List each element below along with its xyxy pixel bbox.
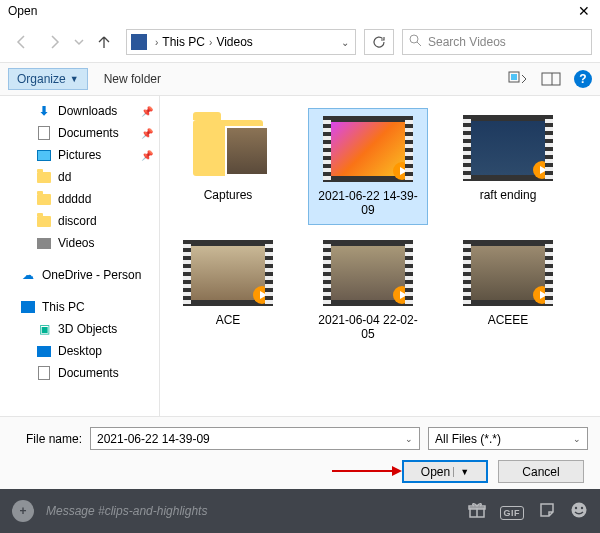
chevron-down-icon[interactable]: ⌄ [405, 434, 413, 444]
file-label: 2021-06-04 22-02-05 [312, 313, 424, 342]
gif-icon[interactable]: GIF [500, 504, 525, 519]
folder-icon [36, 169, 52, 185]
file-label: 2021-06-22 14-39-09 [313, 189, 423, 218]
tree-item[interactable]: Documents [0, 362, 159, 384]
tree-label: This PC [42, 300, 85, 314]
emoji-icon[interactable] [570, 501, 588, 522]
svg-point-10 [575, 506, 577, 508]
svg-point-0 [410, 35, 418, 43]
cube-icon: ▣ [36, 321, 52, 337]
file-item[interactable]: raft ending [448, 108, 568, 225]
desktop-icon [36, 343, 52, 359]
tree-label: Documents [58, 366, 119, 380]
tree-item[interactable]: ▣3D Objects [0, 318, 159, 340]
chevron-down-icon[interactable]: ⌄ [573, 434, 581, 444]
breadcrumb-videos[interactable]: Videos [216, 35, 252, 49]
play-icon [533, 286, 551, 304]
pin-icon: 📌 [141, 150, 153, 161]
filename-input[interactable]: 2021-06-22 14-39-09 ⌄ [90, 427, 420, 450]
play-icon [533, 161, 551, 179]
search-input[interactable]: Search Videos [402, 29, 592, 55]
svg-point-9 [572, 502, 587, 517]
back-button[interactable] [8, 28, 36, 56]
onedrive-icon: ☁ [20, 267, 36, 283]
open-button[interactable]: Open ▼ [402, 460, 488, 483]
organize-button[interactable]: Organize ▼ [8, 68, 88, 90]
chevron-down-icon: ▼ [70, 74, 79, 84]
search-icon [409, 34, 422, 50]
discord-message-bar: + Message #clips-and-highlights GIF [0, 489, 600, 533]
file-item[interactable]: 2021-06-22 14-39-09 [308, 108, 428, 225]
filename-label: File name: [12, 432, 82, 446]
window-title: Open [8, 4, 37, 18]
tree-label: dd [58, 170, 71, 184]
file-item[interactable]: ACE [168, 233, 288, 348]
tree-item[interactable]: Desktop [0, 340, 159, 362]
chevron-down-icon[interactable]: ▼ [453, 467, 469, 477]
tree-label: discord [58, 214, 97, 228]
file-item[interactable]: Captures [168, 108, 288, 225]
download-icon: ⬇ [36, 103, 52, 119]
folder-icon [36, 213, 52, 229]
tree-label: Downloads [58, 104, 117, 118]
video-thumbnail [183, 239, 273, 307]
svg-point-11 [581, 506, 583, 508]
refresh-button[interactable] [364, 29, 394, 55]
help-button[interactable]: ? [574, 70, 592, 88]
file-label: Captures [204, 188, 253, 202]
breadcrumb-thispc[interactable]: This PC [162, 35, 205, 49]
tree-item[interactable]: Videos [0, 232, 159, 254]
document-icon [36, 125, 52, 141]
thispc-icon [20, 299, 36, 315]
chevron-down-icon[interactable]: ⌄ [341, 37, 349, 48]
chevron-right-icon: › [209, 37, 212, 48]
sticker-icon[interactable] [538, 501, 556, 522]
play-icon [253, 286, 271, 304]
new-folder-button[interactable]: New folder [104, 72, 161, 86]
tree-label: OneDrive - Person [42, 268, 141, 282]
svg-line-1 [417, 42, 421, 46]
recent-dropdown[interactable] [72, 28, 86, 56]
filename-value: 2021-06-22 14-39-09 [97, 432, 210, 446]
folder-icon [36, 191, 52, 207]
tree-item[interactable]: dd [0, 166, 159, 188]
play-icon [393, 286, 411, 304]
preview-pane-button[interactable] [538, 68, 564, 90]
tree-thispc[interactable]: This PC [0, 296, 159, 318]
gift-icon[interactable] [468, 501, 486, 522]
breadcrumb[interactable]: › This PC › Videos ⌄ [126, 29, 356, 55]
file-item[interactable]: 2021-06-04 22-02-05 [308, 233, 428, 348]
open-label: Open [421, 465, 450, 479]
cancel-button[interactable]: Cancel [498, 460, 584, 483]
close-icon[interactable]: ✕ [574, 3, 594, 19]
navigation-tree[interactable]: ⬇Downloads📌Documents📌Pictures📌ddddddddis… [0, 96, 160, 416]
message-input[interactable]: Message #clips-and-highlights [46, 504, 454, 518]
tree-item[interactable]: Documents📌 [0, 122, 159, 144]
file-label: raft ending [480, 188, 537, 202]
attach-button[interactable]: + [12, 500, 34, 522]
video-thumbnail [463, 239, 553, 307]
file-item[interactable]: ACEEE [448, 233, 568, 348]
filetype-filter[interactable]: All Files (*.*) ⌄ [428, 427, 588, 450]
tree-item[interactable]: ⬇Downloads📌 [0, 100, 159, 122]
forward-button[interactable] [40, 28, 68, 56]
tree-item[interactable]: ddddd [0, 188, 159, 210]
annotation-arrow [332, 470, 400, 472]
tree-item[interactable]: discord [0, 210, 159, 232]
video-thumbnail [323, 115, 413, 183]
play-icon [393, 162, 411, 180]
tree-label: Videos [58, 236, 94, 250]
pin-icon: 📌 [141, 106, 153, 117]
file-pane[interactable]: Captures2021-06-22 14-39-09raft endingAC… [160, 96, 600, 416]
tree-label: 3D Objects [58, 322, 117, 336]
view-mode-button[interactable] [506, 68, 532, 90]
folder-icon [183, 114, 273, 182]
up-button[interactable] [90, 28, 118, 56]
tree-onedrive[interactable]: ☁ OneDrive - Person [0, 264, 159, 286]
tree-label: Pictures [58, 148, 101, 162]
video-thumbnail [323, 239, 413, 307]
document-icon [36, 365, 52, 381]
tree-item[interactable]: Pictures📌 [0, 144, 159, 166]
svg-rect-4 [542, 73, 560, 85]
file-label: ACE [216, 313, 241, 327]
